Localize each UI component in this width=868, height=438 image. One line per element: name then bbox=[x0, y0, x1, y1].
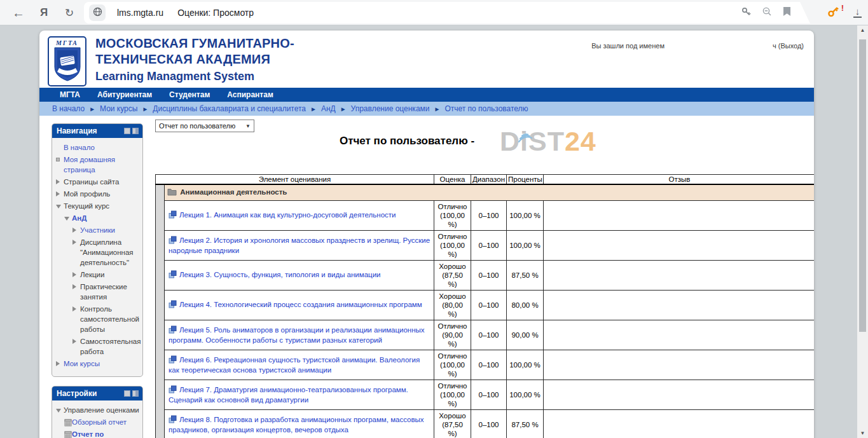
grade-cell: Отлично (100,00 %) bbox=[434, 350, 471, 380]
category-row: Анимационная деятельность bbox=[156, 184, 815, 201]
sidebar-item[interactable]: Мой профиль bbox=[56, 189, 141, 199]
sidebar-item[interactable]: Моя домашняя страница bbox=[56, 154, 141, 175]
percent-cell: 100,00 % bbox=[507, 201, 544, 231]
sidebar-item[interactable]: Участники bbox=[56, 225, 141, 235]
item-link[interactable]: Лекция 1. Анимация как вид культурно-дос… bbox=[179, 211, 396, 219]
breadcrumb-item[interactable]: Мои курсы bbox=[100, 104, 137, 113]
bullet-icon bbox=[56, 157, 64, 161]
item-link[interactable]: Лекция 2. История и хронология массовых … bbox=[169, 236, 430, 254]
protect-key-icon[interactable]: ! bbox=[827, 6, 839, 20]
main-menu-item[interactable]: МГТА bbox=[60, 90, 80, 99]
sidebar-item[interactable]: Страницы сайта bbox=[56, 177, 141, 187]
range-cell: 0–100 bbox=[471, 380, 507, 410]
scrollbar-thumb[interactable] bbox=[859, 39, 866, 332]
grade-cell: Отлично (100,00 %) bbox=[434, 380, 471, 410]
lesson-icon bbox=[169, 385, 179, 395]
reload-icon[interactable]: ↻ bbox=[59, 0, 80, 25]
academy-logo[interactable]: МГТА bbox=[48, 36, 86, 86]
main-menu: МГТААбитуриентамСтудентамАспирантам bbox=[39, 88, 814, 102]
item-link[interactable]: Лекция 7. Драматургия анимационно-театра… bbox=[169, 386, 408, 404]
lesson-icon bbox=[169, 325, 179, 336]
indent-cell bbox=[156, 201, 165, 231]
grade-cell: Отлично (100,00 %) bbox=[434, 201, 471, 231]
scroll-up-icon[interactable]: ▲ bbox=[857, 25, 868, 35]
main-menu-item[interactable]: Абитуриентам bbox=[97, 90, 152, 99]
sidebar-item[interactable]: В начало bbox=[56, 142, 141, 153]
sidebar-item[interactable]: Мои курсы bbox=[56, 359, 141, 369]
sidebar-item[interactable]: Обзорный отчет bbox=[56, 417, 141, 427]
breadcrumb-separator-icon: ► bbox=[142, 106, 148, 113]
block-collapse-icon[interactable] bbox=[124, 390, 130, 397]
collapse-icon[interactable] bbox=[56, 407, 64, 413]
grade-report-icon bbox=[64, 432, 72, 438]
expand-icon[interactable] bbox=[72, 240, 80, 245]
sidebar-item[interactable]: АнД bbox=[56, 213, 141, 223]
expand-icon[interactable] bbox=[72, 306, 80, 311]
sidebar-item-label[interactable]: АнД bbox=[72, 213, 86, 223]
expand-icon[interactable] bbox=[72, 228, 80, 233]
sidebar-item-label[interactable]: Обзорный отчет bbox=[72, 417, 127, 427]
download-icon[interactable]: ↓ bbox=[853, 8, 862, 18]
sidebar-item[interactable]: Практические занятия bbox=[56, 282, 141, 302]
site-icon-chip[interactable] bbox=[89, 4, 106, 21]
sidebar-item[interactable]: Управление оценками bbox=[56, 405, 141, 415]
vertical-scrollbar[interactable]: ▲ ▼ bbox=[857, 25, 868, 438]
expand-icon[interactable] bbox=[72, 284, 80, 289]
logout-link[interactable]: (Выход) bbox=[778, 42, 804, 50]
browser-back-icon[interactable]: ← bbox=[8, 0, 29, 25]
item-link[interactable]: Лекция 8. Подготовка и разработка анимац… bbox=[169, 416, 424, 434]
main-menu-item[interactable]: Студентам bbox=[169, 90, 210, 99]
navigation-block-header: Навигация bbox=[52, 124, 142, 138]
expand-icon[interactable] bbox=[72, 339, 80, 344]
item-link[interactable]: Лекция 5. Роль аниматоров в организации … bbox=[169, 326, 425, 344]
expand-icon[interactable] bbox=[56, 179, 64, 184]
sidebar-item-label[interactable]: Отчет по пользователю bbox=[72, 429, 141, 438]
breadcrumb-item[interactable]: Управление оценками bbox=[351, 104, 430, 113]
expand-icon[interactable] bbox=[72, 272, 80, 277]
sidebar-item[interactable]: Самостоятельная работа bbox=[56, 336, 141, 357]
feedback-cell bbox=[544, 201, 814, 231]
breadcrumb-separator-icon: ► bbox=[434, 106, 441, 113]
sidebar-item[interactable]: Лекции bbox=[56, 270, 141, 280]
expand-icon[interactable] bbox=[56, 191, 64, 196]
lms-page: МГТА МОСКОВСКАЯ ГУМАНИТАРНО-ТЕХНИЧЕСКАЯ … bbox=[39, 31, 814, 438]
sidebar-item[interactable]: Контроль самостоятельной работы bbox=[56, 304, 141, 334]
range-cell: 0–100 bbox=[471, 261, 507, 291]
bookmark-icon[interactable] bbox=[783, 7, 791, 19]
feedback-cell bbox=[544, 231, 814, 261]
password-key-icon[interactable] bbox=[741, 6, 752, 20]
url-text: lms.mgta.ru bbox=[117, 8, 163, 18]
sidebar-item[interactable]: Дисциплина "Анимационная деятельность" bbox=[56, 237, 141, 268]
block-dock-icon[interactable] bbox=[132, 390, 139, 397]
block-dock-icon[interactable] bbox=[132, 128, 139, 134]
column-header-item: Элемент оценивания bbox=[156, 175, 434, 185]
address-bar[interactable]: lms.mgta.ru Оценки: Просмотр bbox=[84, 2, 810, 24]
category-label: Анимационная деятельность bbox=[180, 188, 287, 196]
yandex-logo-icon[interactable]: Я bbox=[33, 0, 55, 25]
item-link[interactable]: Лекция 6. Рекреационная сущность туристс… bbox=[169, 356, 420, 374]
main-menu-item[interactable]: Аспирантам bbox=[227, 90, 273, 99]
breadcrumb-item[interactable]: В начало bbox=[52, 104, 85, 113]
sidebar-item-label[interactable]: Моя домашняя страница bbox=[64, 154, 141, 175]
item-link[interactable]: Лекция 3. Сущность, функция, типология и… bbox=[179, 271, 381, 278]
settings-block-header: Настройки bbox=[52, 387, 142, 400]
site-subtitle: Learning Managment System bbox=[95, 69, 294, 84]
sidebar-item[interactable]: Текущий курс bbox=[56, 201, 141, 211]
report-type-select[interactable]: Отчет по пользователю ▼ bbox=[155, 120, 254, 132]
sidebar-item-label: Текущий курс bbox=[64, 201, 109, 211]
expand-icon[interactable] bbox=[56, 361, 64, 366]
collapse-icon[interactable] bbox=[56, 203, 64, 209]
percent-cell: 87,50 % bbox=[507, 410, 544, 438]
item-link[interactable]: Лекция 4. Технологический процесс создан… bbox=[179, 301, 422, 308]
sidebar-item[interactable]: Отчет по пользователю bbox=[56, 429, 141, 438]
sidebar-item-label[interactable]: Участники bbox=[80, 225, 115, 235]
breadcrumb-item[interactable]: АнД bbox=[321, 104, 336, 113]
sidebar-item-label[interactable]: В начало bbox=[64, 142, 95, 153]
grade-cell: Хорошо (87,50 %) bbox=[434, 261, 471, 291]
block-collapse-icon[interactable] bbox=[124, 128, 130, 134]
breadcrumb-item[interactable]: Дисциплины бакалавриата и специалитета bbox=[153, 104, 306, 113]
zoom-icon[interactable] bbox=[762, 6, 773, 20]
scroll-down-icon[interactable]: ▼ bbox=[857, 428, 868, 438]
collapse-icon[interactable] bbox=[64, 216, 72, 221]
sidebar-item-label[interactable]: Мои курсы bbox=[64, 359, 100, 369]
